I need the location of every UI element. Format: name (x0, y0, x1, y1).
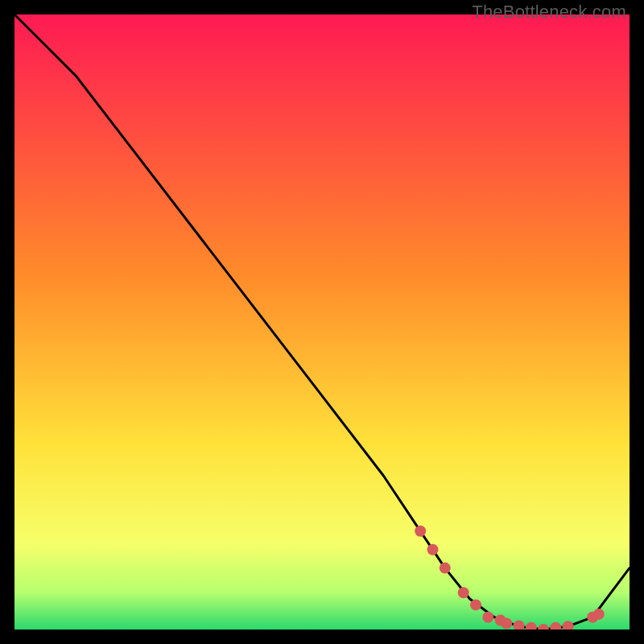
data-point (458, 587, 469, 598)
data-point (440, 563, 451, 574)
chart-svg (14, 14, 630, 630)
data-point (593, 609, 605, 620)
data-point (482, 612, 493, 623)
data-point (427, 544, 439, 555)
watermark-text: TheBottleneck.com (472, 2, 626, 23)
data-point (470, 599, 481, 610)
data-point (415, 526, 426, 537)
data-point (501, 617, 512, 629)
chart-frame (14, 14, 630, 630)
gradient-background (14, 14, 630, 630)
